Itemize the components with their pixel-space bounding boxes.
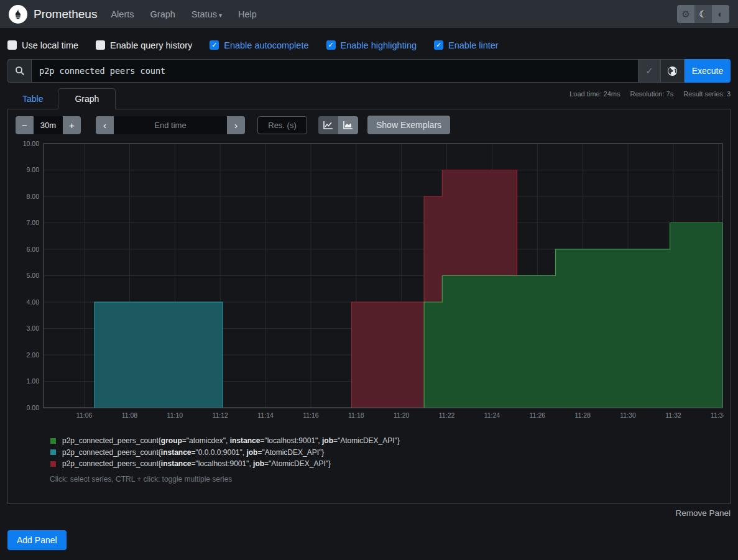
remove-panel-link[interactable]: Remove Panel bbox=[675, 508, 731, 518]
svg-text:11:10: 11:10 bbox=[167, 411, 183, 419]
svg-text:11:32: 11:32 bbox=[665, 411, 681, 419]
svg-text:7.00: 7.00 bbox=[27, 219, 40, 226]
nav-alerts[interactable]: Alerts bbox=[111, 9, 134, 19]
checkbox-checked-icon[interactable]: ✓ bbox=[326, 40, 336, 50]
timeseries-chart: 0.001.002.003.004.005.006.007.008.009.00… bbox=[16, 140, 724, 421]
svg-text:11:34: 11:34 bbox=[711, 411, 724, 419]
tabs-row: Table Graph Load time: 24ms Resolution: … bbox=[7, 88, 731, 109]
range-input-group: − + bbox=[16, 116, 81, 134]
line-chart-icon[interactable] bbox=[318, 116, 338, 134]
svg-text:9.00: 9.00 bbox=[27, 166, 40, 173]
graph-panel: − + ‹ › bbox=[7, 109, 731, 504]
svg-text:11:20: 11:20 bbox=[394, 411, 410, 419]
legend-hint: Click: select series, CTRL + click: togg… bbox=[50, 475, 722, 484]
series-label: p2p_connected_peers_count{instance="loca… bbox=[62, 459, 331, 468]
option-label: Enable highlighting bbox=[341, 40, 417, 50]
svg-text:1.00: 1.00 bbox=[27, 377, 40, 385]
decrease-range-button[interactable]: − bbox=[16, 116, 34, 134]
legend-series-row[interactable]: p2p_connected_peers_count{instance="loca… bbox=[50, 458, 722, 470]
nav-graph[interactable]: Graph bbox=[150, 9, 175, 19]
svg-text:2.00: 2.00 bbox=[27, 351, 40, 359]
svg-text:11:18: 11:18 bbox=[348, 411, 364, 419]
range-input[interactable] bbox=[34, 116, 63, 134]
time-back-chevron-button[interactable]: ‹ bbox=[96, 116, 114, 134]
svg-text:6.00: 6.00 bbox=[27, 246, 40, 253]
series-label: p2p_connected_peers_count{group="atomicd… bbox=[62, 436, 400, 445]
option-enable-autocomplete[interactable]: ✓Enable autocomplete bbox=[210, 40, 308, 50]
brand[interactable]: Prometheus bbox=[9, 5, 97, 24]
resolution-input[interactable] bbox=[257, 116, 307, 134]
prometheus-logo-icon bbox=[9, 5, 27, 24]
settings-gear-icon[interactable]: ⚙ bbox=[677, 5, 694, 23]
nav-status-dropdown[interactable]: Status▾ bbox=[191, 9, 222, 19]
search-icon bbox=[7, 59, 31, 83]
option-label: Use local time bbox=[22, 40, 78, 50]
dark-theme-moon-icon[interactable]: ☾ bbox=[694, 5, 712, 23]
stat-load-time: Load time: 24ms bbox=[570, 90, 620, 98]
chart-legend: p2p_connected_peers_count{group="atomicd… bbox=[50, 435, 722, 470]
svg-text:11:28: 11:28 bbox=[574, 411, 591, 419]
stat-resolution: Resolution: 7s bbox=[630, 90, 673, 98]
option-label: Enable query history bbox=[110, 40, 192, 50]
svg-text:11:30: 11:30 bbox=[620, 411, 636, 419]
svg-text:8.00: 8.00 bbox=[27, 193, 40, 200]
svg-text:3.00: 3.00 bbox=[27, 324, 40, 332]
query-stats: Load time: 24ms Resolution: 7s Result se… bbox=[570, 90, 731, 109]
add-panel-button[interactable]: Add Panel bbox=[7, 530, 67, 550]
chevron-down-icon: ▾ bbox=[219, 12, 222, 19]
checkbox-icon[interactable] bbox=[96, 40, 105, 50]
option-label: Enable linter bbox=[448, 40, 499, 50]
series-color-swatch-icon bbox=[50, 461, 57, 467]
legend-series-row[interactable]: p2p_connected_peers_count{instance="0.0.… bbox=[50, 447, 722, 459]
end-time-group: ‹ › bbox=[96, 116, 245, 134]
option-label: Enable autocomplete bbox=[224, 40, 308, 50]
auto-theme-contrast-icon[interactable]: ◐ bbox=[712, 5, 729, 23]
theme-toggle-group: ⚙ ☾ ◐ bbox=[677, 5, 729, 23]
series-color-swatch-icon bbox=[50, 438, 57, 444]
metrics-explorer-globe-icon[interactable] bbox=[661, 59, 685, 83]
svg-text:11:16: 11:16 bbox=[303, 411, 319, 419]
svg-text:11:14: 11:14 bbox=[257, 411, 274, 419]
checkbox-checked-icon[interactable]: ✓ bbox=[210, 40, 219, 50]
svg-text:4.00: 4.00 bbox=[27, 298, 40, 306]
execute-button[interactable]: Execute bbox=[685, 59, 731, 83]
graph-controls: − + ‹ › bbox=[16, 116, 722, 134]
svg-text:11:08: 11:08 bbox=[122, 411, 138, 419]
option-use-local-time[interactable]: Use local time bbox=[7, 40, 78, 50]
stat-result-series: Result series: 3 bbox=[683, 90, 731, 98]
option-enable-highlighting[interactable]: ✓Enable highlighting bbox=[326, 40, 417, 50]
legend-series-row[interactable]: p2p_connected_peers_count{group="atomicd… bbox=[50, 435, 722, 447]
nav-help[interactable]: Help bbox=[238, 9, 257, 19]
query-bar: ✓ Execute bbox=[7, 59, 731, 83]
svg-text:0.00: 0.00 bbox=[27, 404, 40, 411]
svg-text:11:22: 11:22 bbox=[439, 411, 455, 419]
tab-table[interactable]: Table bbox=[7, 89, 58, 109]
increase-range-button[interactable]: + bbox=[63, 116, 81, 134]
app-title: Prometheus bbox=[34, 7, 97, 21]
svg-text:11:06: 11:06 bbox=[76, 411, 93, 419]
graph-type-toggle bbox=[318, 116, 358, 134]
series-color-swatch-icon bbox=[50, 449, 57, 456]
end-time-input[interactable] bbox=[114, 116, 227, 134]
query-expression-input[interactable] bbox=[31, 59, 639, 83]
chart-area[interactable]: 0.001.002.003.004.005.006.007.008.009.00… bbox=[16, 140, 722, 423]
svg-text:11:24: 11:24 bbox=[484, 411, 500, 419]
svg-text:5.00: 5.00 bbox=[27, 272, 40, 279]
svg-text:11:12: 11:12 bbox=[212, 411, 228, 419]
svg-text:10.00: 10.00 bbox=[23, 140, 39, 147]
tab-graph[interactable]: Graph bbox=[58, 88, 116, 109]
checkbox-icon[interactable] bbox=[7, 40, 17, 50]
options-row: Use local timeEnable query history✓Enabl… bbox=[7, 37, 731, 53]
series-label: p2p_connected_peers_count{instance="0.0.… bbox=[62, 448, 324, 457]
nav-links: Alerts Graph Status▾ Help bbox=[111, 9, 256, 19]
time-forward-chevron-button[interactable]: › bbox=[227, 116, 245, 134]
checkbox-checked-icon[interactable]: ✓ bbox=[434, 40, 443, 50]
navbar: Prometheus Alerts Graph Status▾ Help ⚙ ☾… bbox=[0, 0, 738, 28]
option-enable-query-history[interactable]: Enable query history bbox=[96, 40, 192, 50]
show-exemplars-button[interactable]: Show Exemplars bbox=[367, 116, 450, 134]
stacked-chart-icon[interactable] bbox=[338, 116, 358, 134]
svg-text:11:26: 11:26 bbox=[530, 411, 546, 419]
query-valid-check-icon: ✓ bbox=[639, 59, 661, 83]
option-enable-linter[interactable]: ✓Enable linter bbox=[434, 40, 499, 50]
